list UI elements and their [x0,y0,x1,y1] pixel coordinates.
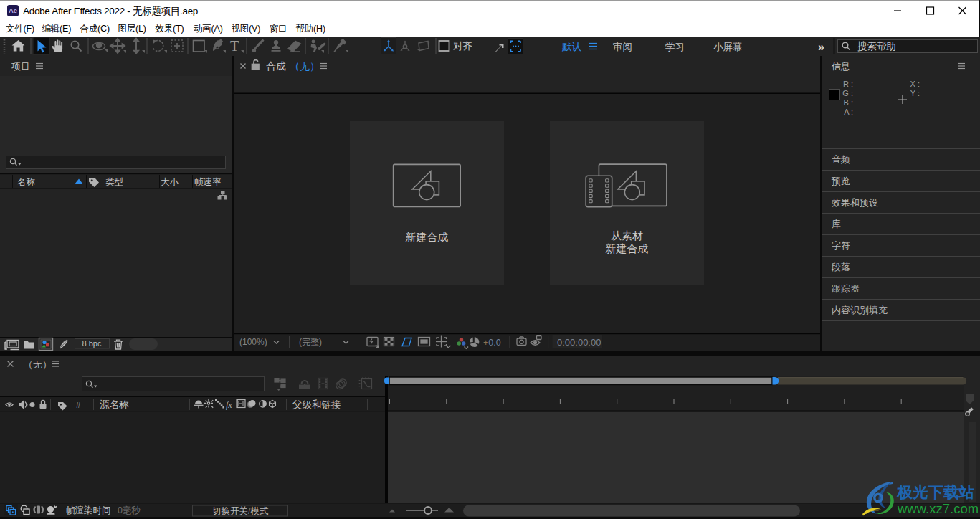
svg-text:R :: R : [843,80,853,88]
svg-text:名称: 名称 [17,177,36,187]
svg-text:跟踪器: 跟踪器 [832,283,860,294]
svg-text:Y :: Y : [910,89,920,97]
svg-text:»: » [818,41,824,53]
svg-text:新建合成: 新建合成 [406,231,449,243]
svg-text:审阅: 审阅 [613,42,632,52]
svg-text:(100%): (100%) [239,337,267,347]
svg-text:从素材: 从素材 [611,229,643,242]
svg-text:T: T [230,38,239,54]
svg-text:内容识别填充: 内容识别填充 [832,305,888,315]
svg-text:8 bpc: 8 bpc [82,339,102,348]
svg-text:#: # [76,401,81,409]
svg-text:fx: fx [226,400,232,410]
svg-text:(完整): (完整) [299,337,322,347]
svg-text:类型: 类型 [105,177,123,187]
svg-text:小屏幕: 小屏幕 [713,42,743,52]
svg-text:段落: 段落 [831,262,850,272]
svg-text:合成: 合成 [266,60,286,72]
svg-text:学习: 学习 [665,42,685,52]
svg-text:音频: 音频 [832,154,850,165]
svg-text:对齐: 对齐 [453,41,472,52]
svg-text:默认: 默认 [562,42,582,52]
svg-text:项目: 项目 [11,61,30,72]
svg-text:父级和链接: 父级和链接 [292,399,341,410]
svg-text:库: 库 [832,219,841,229]
svg-text:极光下载站: 极光下载站 [897,484,975,501]
svg-text:预览: 预览 [831,176,850,186]
svg-text:B :: B : [844,98,853,107]
svg-text:www.xz7.com: www.xz7.com [897,501,978,516]
svg-text:信息: 信息 [831,61,850,72]
svg-text:帧速率: 帧速率 [194,177,222,187]
svg-text:A :: A : [844,108,853,116]
svg-text:搜索帮助: 搜索帮助 [857,41,896,52]
svg-text:（无）: （无） [24,359,52,370]
svg-text:0:00:00:00: 0:00:00:00 [557,337,601,348]
svg-text:（无）: （无） [290,60,320,72]
svg-text:帧渲染时间: 帧渲染时间 [66,505,111,515]
svg-text:切换开关/模式: 切换开关/模式 [211,506,269,516]
svg-text:效果和预设: 效果和预设 [832,197,878,208]
svg-text:字符: 字符 [832,240,850,251]
svg-text:大小: 大小 [161,177,179,187]
svg-text:G :: G : [842,89,853,97]
svg-text:+0.0: +0.0 [483,338,501,348]
svg-text:X :: X : [910,80,920,88]
svg-text:0毫秒: 0毫秒 [118,505,141,515]
svg-text:新建合成: 新建合成 [606,242,649,254]
svg-text:源名称: 源名称 [100,399,129,410]
